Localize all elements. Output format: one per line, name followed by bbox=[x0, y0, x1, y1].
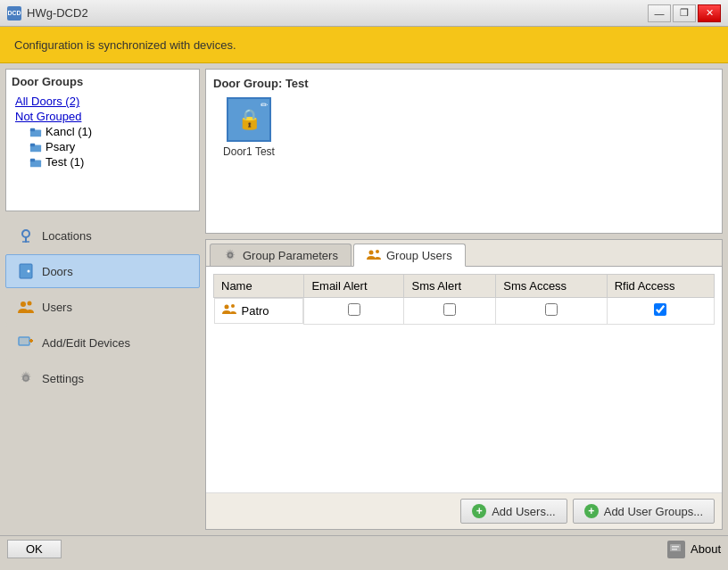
svg-rect-3 bbox=[30, 143, 35, 146]
locations-label: Locations bbox=[42, 229, 92, 243]
tabs-footer: + Add Users... + Add User Groups... bbox=[206, 492, 722, 529]
sidebar-item-users[interactable]: Users bbox=[5, 290, 200, 324]
tabs-panel: Group Parameters Group Users bbox=[205, 239, 723, 530]
users-icon bbox=[17, 298, 35, 316]
door-group-panel: Door Group: Test ✏ Door1 Test bbox=[205, 69, 723, 234]
sms-alert-checkbox[interactable] bbox=[443, 303, 456, 316]
col-sms-access: Sms Access bbox=[496, 275, 607, 298]
users-label: Users bbox=[42, 301, 72, 314]
title-bar: DCD HWg-DCD2 — ❒ ✕ bbox=[0, 0, 728, 27]
user-name-cell: Patro bbox=[214, 298, 304, 324]
door-icon: ✏ bbox=[227, 97, 271, 142]
col-name: Name bbox=[214, 275, 304, 298]
edit-corner-icon: ✏ bbox=[261, 100, 268, 110]
svg-point-10 bbox=[28, 302, 32, 306]
tree-item-test[interactable]: Test (1) bbox=[12, 154, 194, 169]
app-icon: DCD bbox=[7, 6, 21, 21]
svg-point-8 bbox=[28, 270, 30, 273]
sms-access-checkbox[interactable] bbox=[545, 303, 558, 316]
door-item[interactable]: ✏ Door1 Test bbox=[213, 97, 285, 158]
main-content: Door Groups All Doors (2) Not Grouped Ka… bbox=[0, 63, 728, 535]
svg-point-9 bbox=[21, 302, 26, 307]
all-doors-link[interactable]: All Doors (2) bbox=[15, 95, 79, 108]
notification-message: Configuration is synchronized with devic… bbox=[14, 38, 236, 52]
svg-rect-24 bbox=[669, 551, 683, 554]
tab-group-parameters[interactable]: Group Parameters bbox=[210, 244, 352, 266]
tabs-header: Group Parameters Group Users bbox=[206, 240, 722, 267]
about-label: About bbox=[691, 542, 721, 556]
window-controls: — ❒ ✕ bbox=[648, 4, 721, 22]
settings-icon bbox=[17, 369, 35, 387]
sidebar: Door Groups All Doors (2) Not Grouped Ka… bbox=[5, 69, 200, 530]
svg-point-19 bbox=[224, 305, 228, 310]
svg-point-18 bbox=[376, 250, 379, 253]
minimize-button[interactable]: — bbox=[648, 4, 671, 22]
not-grouped-link[interactable]: Not Grouped bbox=[15, 110, 81, 123]
rfid-access-cell bbox=[607, 298, 714, 325]
add-user-groups-label: Add User Groups... bbox=[604, 505, 703, 518]
folder-icon-psary bbox=[29, 141, 42, 153]
about-area[interactable]: About bbox=[667, 541, 721, 558]
user-row-icon bbox=[222, 302, 236, 319]
svg-rect-1 bbox=[30, 128, 35, 131]
folder-icon-test bbox=[29, 156, 42, 169]
svg-point-6 bbox=[22, 230, 29, 237]
title-left: DCD HWg-DCD2 bbox=[7, 6, 88, 21]
add-users-button[interactable]: + Add Users... bbox=[460, 499, 567, 524]
app-title: HWg-DCD2 bbox=[27, 6, 88, 20]
psary-label: Psary bbox=[46, 140, 75, 153]
sidebar-item-locations[interactable]: Locations bbox=[5, 219, 200, 252]
sidebar-item-settings[interactable]: Settings bbox=[5, 361, 200, 395]
door-group-title: Door Group: Test bbox=[213, 77, 715, 90]
users-table: Name Email Alert Sms Alert Sms Access Rf… bbox=[213, 274, 715, 325]
tree-item-psary[interactable]: Psary bbox=[12, 139, 194, 154]
tab-group-users[interactable]: Group Users bbox=[353, 244, 466, 267]
email-alert-cell bbox=[304, 298, 404, 325]
sidebar-item-add-edit-devices[interactable]: Add/Edit Devices bbox=[5, 326, 200, 359]
sms-access-cell bbox=[496, 298, 607, 325]
tree-item-not-grouped[interactable]: Not Grouped bbox=[12, 109, 194, 124]
svg-rect-22 bbox=[672, 546, 679, 548]
close-button[interactable]: ✕ bbox=[698, 4, 721, 22]
folder-icon bbox=[29, 126, 42, 138]
doors-label: Doors bbox=[42, 265, 73, 278]
sidebar-nav: Locations Doors bbox=[5, 219, 200, 395]
gear-tab-icon bbox=[223, 248, 237, 262]
locations-icon bbox=[17, 227, 35, 244]
sidebar-item-doors[interactable]: Doors bbox=[5, 254, 200, 288]
settings-label: Settings bbox=[42, 372, 84, 385]
add-users-icon: + bbox=[472, 504, 486, 518]
col-rfid-access: Rfid Access bbox=[607, 275, 714, 298]
tree-title: Door Groups bbox=[12, 75, 194, 88]
add-edit-devices-label: Add/Edit Devices bbox=[42, 336, 130, 350]
tree-item-all-doors[interactable]: All Doors (2) bbox=[12, 94, 194, 109]
about-icon bbox=[667, 541, 685, 558]
door-groups-tree: Door Groups All Doors (2) Not Grouped Ka… bbox=[5, 69, 200, 211]
svg-rect-23 bbox=[672, 549, 677, 550]
svg-rect-7 bbox=[20, 264, 32, 278]
right-panel: Door Group: Test ✏ Door1 Test Group Para… bbox=[205, 69, 723, 530]
test-label: Test (1) bbox=[46, 155, 84, 169]
email-alert-checkbox[interactable] bbox=[348, 303, 360, 316]
doors-icon bbox=[17, 262, 35, 280]
add-edit-devices-icon bbox=[17, 334, 35, 351]
svg-rect-12 bbox=[19, 337, 29, 345]
add-user-groups-button[interactable]: + Add User Groups... bbox=[573, 499, 715, 524]
tab-group-parameters-label: Group Parameters bbox=[243, 249, 338, 262]
users-tab-icon bbox=[367, 248, 381, 262]
tab-content: Name Email Alert Sms Alert Sms Access Rf… bbox=[206, 267, 722, 492]
table-row: Patro bbox=[214, 298, 715, 325]
add-users-label: Add Users... bbox=[492, 505, 556, 518]
tree-item-kancl[interactable]: Kancl (1) bbox=[12, 124, 194, 139]
rfid-access-checkbox[interactable] bbox=[654, 303, 666, 316]
sms-alert-cell bbox=[404, 298, 496, 325]
kancl-label: Kancl (1) bbox=[46, 125, 92, 138]
door-label: Door1 Test bbox=[223, 145, 275, 158]
col-sms-alert: Sms Alert bbox=[404, 275, 496, 298]
tab-group-users-label: Group Users bbox=[386, 249, 452, 262]
status-bar: OK About bbox=[0, 535, 728, 562]
user-name-text: Patro bbox=[242, 304, 269, 318]
restore-button[interactable]: ❒ bbox=[673, 4, 696, 22]
notification-bar: Configuration is synchronized with devic… bbox=[0, 27, 728, 63]
ok-button[interactable]: OK bbox=[7, 540, 62, 558]
